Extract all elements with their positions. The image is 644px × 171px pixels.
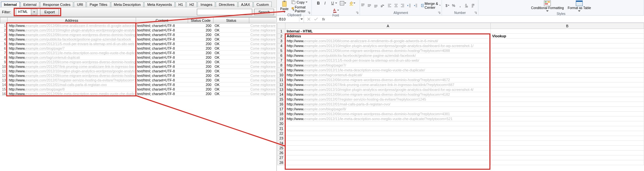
cell-b18[interactable] <box>491 112 644 116</box>
cell-b27[interactable] <box>491 155 644 160</box>
cell-a27[interactable] <box>285 155 491 160</box>
row-header[interactable]: 3 <box>278 39 285 43</box>
comma-style-button[interactable]: , <box>457 2 463 9</box>
borders-button[interactable] <box>339 0 347 6</box>
cell-a21[interactable] <box>285 126 491 131</box>
address-cell[interactable]: http://www.example.com/2012/01/mail-call… <box>7 82 136 87</box>
row-header[interactable]: 19 <box>278 116 285 121</box>
address-cell[interactable]: http://www.example.com/2012/11/5-modi-pe… <box>7 42 136 46</box>
cell-a9[interactable]: http://www.example.com/2012/11/le-meta-d… <box>285 68 491 73</box>
italic-button[interactable]: I <box>322 0 329 6</box>
cell-b19[interactable] <box>491 116 644 121</box>
cell-a12[interactable]: http://www.example.com/2012/07/link-prun… <box>285 82 491 87</box>
cell-b17[interactable] <box>491 107 644 112</box>
cell-a20[interactable] <box>285 121 491 126</box>
conditional-formatting-button[interactable]: Conditional Formatting <box>530 0 565 12</box>
fill-color-button[interactable] <box>348 0 356 6</box>
column-header[interactable]: Status Code <box>188 18 213 23</box>
address-cell[interactable]: http://www.example.com/blog/page/7 <box>7 46 136 51</box>
accounting-format-button[interactable]: $ <box>444 2 450 9</box>
cell-a18[interactable]: http://www.example.com/2012/09/come-migr… <box>285 112 491 116</box>
cell-b5[interactable] <box>491 48 644 53</box>
cell-a17[interactable]: http://www.example.com/blog/page/8/ <box>285 107 491 112</box>
cell-a3[interactable]: http://www.example.com/2012/08/come-anal… <box>285 39 491 43</box>
row-header[interactable]: 25 <box>278 146 285 151</box>
cell-a28[interactable] <box>285 160 491 165</box>
address-cell[interactable]: http://www.example.com/2012/08/come-anal… <box>7 23 136 28</box>
table-row[interactable]: 1http://www.example.com/2012/08/come-ana… <box>0 23 276 28</box>
select-all-cell[interactable] <box>278 23 285 29</box>
cell-b15[interactable] <box>491 97 644 102</box>
row-header[interactable]: 8 <box>278 63 285 68</box>
table-row[interactable]: 6http://www.example.com/blog/page/7text/… <box>0 46 276 51</box>
alignment-dialog-launcher[interactable] <box>437 11 441 15</box>
tab-response-codes[interactable]: Response Codes <box>40 2 73 7</box>
row-header[interactable]: 14 <box>278 92 285 97</box>
address-cell[interactable]: http://www.example.com/tag/contenuti-dup… <box>7 55 136 60</box>
align-bottom-button[interactable] <box>373 2 378 9</box>
increase-decimal-button[interactable]: .0.00 <box>464 2 470 9</box>
cell-b4[interactable] <box>491 43 644 48</box>
address-cell[interactable]: http://www.example.com/2012/09/come-migr… <box>7 32 136 37</box>
fx-label[interactable]: fx <box>321 17 326 21</box>
row-header[interactable]: 18 <box>278 112 285 116</box>
row-header[interactable]: 11 <box>278 78 285 82</box>
search-button[interactable]: Search <box>254 9 274 15</box>
table-row[interactable]: 4http://www.example.com/pubblicita-faceb… <box>0 37 276 42</box>
row-header[interactable]: 26 <box>278 151 285 155</box>
format-painter-button[interactable]: Format Painter <box>291 5 308 13</box>
row-header[interactable]: 28 <box>278 160 285 165</box>
cell-a14[interactable]: http://www.example.com/2012/09/come-migr… <box>285 92 491 97</box>
table-row[interactable]: 2http://www.example.com/2012/10/miglior-… <box>0 28 276 32</box>
copy-button[interactable]: Copy <box>291 0 308 5</box>
cell-a1[interactable]: Internal - HTML <box>285 29 491 34</box>
cell-b23[interactable] <box>491 136 644 141</box>
row-header[interactable]: 20 <box>278 121 285 126</box>
align-top-button[interactable] <box>360 2 365 9</box>
address-cell[interactable]: http://www.example.com/blog/page/8 <box>7 87 136 92</box>
row-header[interactable]: 4 <box>278 43 285 48</box>
tab-internal[interactable]: Internal <box>1 2 20 7</box>
cell-a10[interactable]: http://www.example.com/tag/contenuti-dup… <box>285 73 491 78</box>
cell-b20[interactable] <box>491 121 644 126</box>
tab-h2[interactable]: H2 <box>186 2 197 7</box>
cell-b9[interactable] <box>491 68 644 73</box>
table-row[interactable]: 15http://www.example.com/blog/page/8text… <box>0 87 276 92</box>
row-header[interactable]: 7 <box>278 58 285 63</box>
address-cell[interactable]: http://www.example.com/2012/09/le-meta-d… <box>7 92 136 96</box>
table-row[interactable]: 13http://www.example.com/2012/07/registe… <box>0 78 276 82</box>
export-button[interactable]: Export <box>40 9 59 15</box>
row-header[interactable]: 17 <box>278 107 285 112</box>
paste-button[interactable]: Paste <box>279 0 290 13</box>
tab-page-titles[interactable]: Page Titles <box>87 2 110 7</box>
row-header[interactable]: 27 <box>278 155 285 160</box>
cell-a7[interactable]: http://www.example.com/2012/11/5-modi-pe… <box>285 58 491 63</box>
cell-b25[interactable] <box>491 146 644 151</box>
row-header[interactable]: 2 <box>278 34 285 39</box>
column-header-a[interactable]: A <box>285 23 491 29</box>
row-header[interactable]: 9 <box>278 68 285 73</box>
cell-a2[interactable]: Address <box>285 34 491 39</box>
cell-a13[interactable]: http://www.example.com/2012/10/miglior-p… <box>285 87 491 92</box>
orientation-button[interactable]: ab <box>379 2 385 9</box>
cell-a22[interactable] <box>285 131 491 136</box>
column-header[interactable]: Address <box>7 18 136 23</box>
tab-custom[interactable]: Custom <box>253 2 272 7</box>
row-header[interactable]: 1 <box>278 29 285 34</box>
column-header-b[interactable]: B <box>491 23 644 29</box>
row-header[interactable]: 6 <box>278 53 285 58</box>
align-middle-button[interactable] <box>366 2 372 9</box>
tab-directives[interactable]: Directives <box>216 2 237 7</box>
cell-b16[interactable] <box>491 102 644 107</box>
cell-a11[interactable]: http://www.example.com/2012/09/come-migr… <box>285 78 491 82</box>
cell-b11[interactable] <box>491 78 644 82</box>
cell-a4[interactable]: http://www.example.com/2012/10/miglior-p… <box>285 43 491 48</box>
cell-b13[interactable] <box>491 87 644 92</box>
row-header[interactable]: 21 <box>278 126 285 131</box>
address-cell[interactable]: http://www.example.com/2012/07/register-… <box>7 78 136 82</box>
address-cell[interactable]: http://www.example.com/2012/10/miglior-p… <box>7 28 136 32</box>
row-header[interactable]: 5 <box>278 48 285 53</box>
tab-external[interactable]: External <box>21 2 39 7</box>
cell-b8[interactable] <box>491 63 644 68</box>
cell-b7[interactable] <box>491 58 644 63</box>
